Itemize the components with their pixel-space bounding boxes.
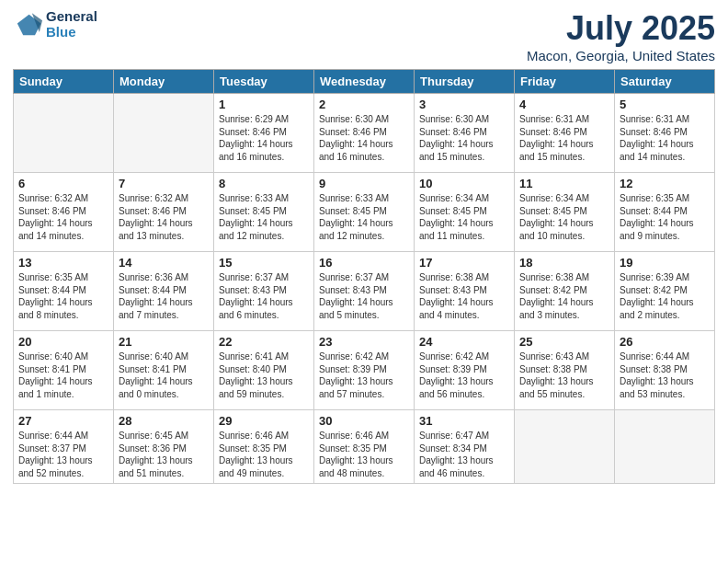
table-cell: 23Sunrise: 6:42 AMSunset: 8:39 PMDayligh…	[314, 331, 415, 410]
day-number: 17	[419, 256, 509, 270]
logo-text: General Blue	[46, 9, 97, 40]
day-number: 12	[620, 177, 710, 190]
table-cell: 8Sunrise: 6:33 AMSunset: 8:45 PMDaylight…	[214, 173, 314, 252]
day-info: Sunrise: 6:43 AMSunset: 8:38 PMDaylight:…	[519, 350, 609, 400]
table-cell	[615, 410, 715, 484]
table-cell: 19Sunrise: 6:39 AMSunset: 8:42 PMDayligh…	[615, 252, 715, 331]
day-info: Sunrise: 6:32 AMSunset: 8:46 PMDaylight:…	[18, 192, 108, 242]
table-cell: 18Sunrise: 6:38 AMSunset: 8:42 PMDayligh…	[515, 252, 615, 331]
table-cell: 14Sunrise: 6:36 AMSunset: 8:44 PMDayligh…	[114, 252, 214, 331]
col-thursday: Thursday	[415, 70, 515, 94]
table-cell: 24Sunrise: 6:42 AMSunset: 8:39 PMDayligh…	[415, 331, 515, 410]
table-cell: 3Sunrise: 6:30 AMSunset: 8:46 PMDaylight…	[415, 94, 515, 173]
day-number: 3	[419, 98, 509, 111]
day-info: Sunrise: 6:33 AMSunset: 8:45 PMDaylight:…	[319, 192, 409, 242]
day-number: 6	[18, 177, 108, 190]
day-info: Sunrise: 6:33 AMSunset: 8:45 PMDaylight:…	[219, 192, 309, 242]
day-info: Sunrise: 6:44 AMSunset: 8:37 PMDaylight:…	[18, 430, 108, 479]
day-number: 19	[620, 256, 710, 270]
day-info: Sunrise: 6:41 AMSunset: 8:40 PMDaylight:…	[219, 350, 309, 400]
header: General Blue July 2025 Macon, Georgia, U…	[13, 9, 715, 63]
day-info: Sunrise: 6:37 AMSunset: 8:43 PMDaylight:…	[319, 271, 409, 321]
col-friday: Friday	[515, 70, 615, 94]
page-subtitle: Macon, Georgia, United States	[527, 48, 715, 63]
logo: General Blue	[13, 9, 97, 40]
day-info: Sunrise: 6:30 AMSunset: 8:46 PMDaylight:…	[319, 113, 409, 163]
col-tuesday: Tuesday	[214, 70, 314, 94]
day-info: Sunrise: 6:45 AMSunset: 8:36 PMDaylight:…	[119, 430, 209, 479]
day-number: 4	[519, 98, 609, 111]
day-info: Sunrise: 6:34 AMSunset: 8:45 PMDaylight:…	[519, 192, 609, 242]
day-number: 31	[419, 414, 509, 428]
day-info: Sunrise: 6:34 AMSunset: 8:45 PMDaylight:…	[419, 192, 509, 242]
day-number: 15	[219, 256, 309, 270]
day-number: 13	[18, 256, 108, 270]
day-info: Sunrise: 6:42 AMSunset: 8:39 PMDaylight:…	[319, 350, 409, 400]
day-number: 7	[119, 177, 209, 190]
day-info: Sunrise: 6:38 AMSunset: 8:42 PMDaylight:…	[519, 271, 609, 321]
table-cell: 22Sunrise: 6:41 AMSunset: 8:40 PMDayligh…	[214, 331, 314, 410]
table-cell: 31Sunrise: 6:47 AMSunset: 8:34 PMDayligh…	[415, 410, 515, 484]
table-cell: 21Sunrise: 6:40 AMSunset: 8:41 PMDayligh…	[114, 331, 214, 410]
day-info: Sunrise: 6:46 AMSunset: 8:35 PMDaylight:…	[319, 430, 409, 479]
day-info: Sunrise: 6:42 AMSunset: 8:39 PMDaylight:…	[419, 350, 509, 400]
table-cell	[14, 94, 114, 173]
table-cell: 10Sunrise: 6:34 AMSunset: 8:45 PMDayligh…	[415, 173, 515, 252]
table-cell: 5Sunrise: 6:31 AMSunset: 8:46 PMDaylight…	[615, 94, 715, 173]
day-number: 27	[18, 414, 108, 428]
table-cell: 2Sunrise: 6:30 AMSunset: 8:46 PMDaylight…	[314, 94, 415, 173]
day-info: Sunrise: 6:31 AMSunset: 8:46 PMDaylight:…	[519, 113, 609, 163]
day-info: Sunrise: 6:46 AMSunset: 8:35 PMDaylight:…	[219, 430, 309, 479]
col-sunday: Sunday	[14, 70, 114, 94]
col-saturday: Saturday	[615, 70, 715, 94]
day-number: 14	[119, 256, 209, 270]
day-number: 29	[219, 414, 309, 428]
day-number: 23	[319, 335, 409, 349]
page-container: General Blue July 2025 Macon, Georgia, U…	[0, 0, 728, 563]
day-info: Sunrise: 6:47 AMSunset: 8:34 PMDaylight:…	[419, 430, 509, 479]
day-info: Sunrise: 6:44 AMSunset: 8:38 PMDaylight:…	[620, 350, 710, 400]
day-number: 24	[419, 335, 509, 349]
title-block: July 2025 Macon, Georgia, United States	[527, 9, 715, 63]
day-info: Sunrise: 6:32 AMSunset: 8:46 PMDaylight:…	[119, 192, 209, 242]
day-info: Sunrise: 6:35 AMSunset: 8:44 PMDaylight:…	[620, 192, 710, 242]
col-wednesday: Wednesday	[314, 70, 415, 94]
day-info: Sunrise: 6:31 AMSunset: 8:46 PMDaylight:…	[620, 113, 710, 163]
table-cell: 1Sunrise: 6:29 AMSunset: 8:46 PMDaylight…	[214, 94, 314, 173]
table-cell: 26Sunrise: 6:44 AMSunset: 8:38 PMDayligh…	[615, 331, 715, 410]
table-cell: 9Sunrise: 6:33 AMSunset: 8:45 PMDaylight…	[314, 173, 415, 252]
table-cell	[114, 94, 214, 173]
day-info: Sunrise: 6:39 AMSunset: 8:42 PMDaylight:…	[620, 271, 710, 321]
day-info: Sunrise: 6:30 AMSunset: 8:46 PMDaylight:…	[419, 113, 509, 163]
table-cell	[515, 410, 615, 484]
day-info: Sunrise: 6:35 AMSunset: 8:44 PMDaylight:…	[18, 271, 108, 321]
table-cell: 4Sunrise: 6:31 AMSunset: 8:46 PMDaylight…	[515, 94, 615, 173]
table-cell: 6Sunrise: 6:32 AMSunset: 8:46 PMDaylight…	[14, 173, 114, 252]
day-number: 1	[219, 98, 309, 111]
table-cell: 17Sunrise: 6:38 AMSunset: 8:43 PMDayligh…	[415, 252, 515, 331]
table-cell: 28Sunrise: 6:45 AMSunset: 8:36 PMDayligh…	[114, 410, 214, 484]
page-title: July 2025	[527, 9, 715, 48]
day-number: 11	[519, 177, 609, 190]
table-cell: 12Sunrise: 6:35 AMSunset: 8:44 PMDayligh…	[615, 173, 715, 252]
day-number: 28	[119, 414, 209, 428]
table-cell: 30Sunrise: 6:46 AMSunset: 8:35 PMDayligh…	[314, 410, 415, 484]
table-cell: 20Sunrise: 6:40 AMSunset: 8:41 PMDayligh…	[14, 331, 114, 410]
day-info: Sunrise: 6:37 AMSunset: 8:43 PMDaylight:…	[219, 271, 309, 321]
day-info: Sunrise: 6:38 AMSunset: 8:43 PMDaylight:…	[419, 271, 509, 321]
table-cell: 25Sunrise: 6:43 AMSunset: 8:38 PMDayligh…	[515, 331, 615, 410]
day-info: Sunrise: 6:29 AMSunset: 8:46 PMDaylight:…	[219, 113, 309, 163]
day-number: 30	[319, 414, 409, 428]
day-number: 21	[119, 335, 209, 349]
table-cell: 16Sunrise: 6:37 AMSunset: 8:43 PMDayligh…	[314, 252, 415, 331]
day-number: 22	[219, 335, 309, 349]
day-number: 20	[18, 335, 108, 349]
day-number: 8	[219, 177, 309, 190]
day-number: 18	[519, 256, 609, 270]
day-number: 9	[319, 177, 409, 190]
table-cell: 29Sunrise: 6:46 AMSunset: 8:35 PMDayligh…	[214, 410, 314, 484]
calendar-table: Sunday Monday Tuesday Wednesday Thursday…	[13, 69, 715, 484]
col-monday: Monday	[114, 70, 214, 94]
table-cell: 13Sunrise: 6:35 AMSunset: 8:44 PMDayligh…	[14, 252, 114, 331]
calendar-header-row: Sunday Monday Tuesday Wednesday Thursday…	[14, 70, 715, 94]
